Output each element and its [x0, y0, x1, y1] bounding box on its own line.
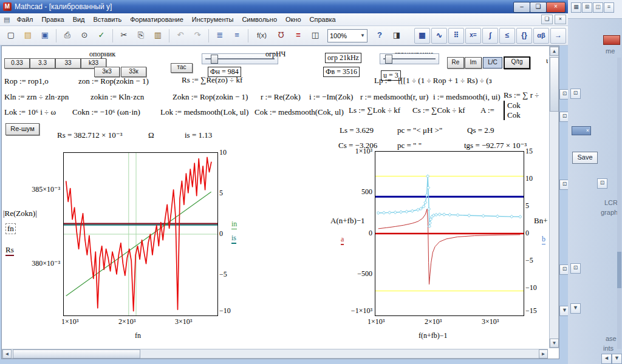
- spell-check-icon[interactable]: ✓: [94, 28, 109, 44]
- preset-button-33[interactable]: 3.3: [30, 58, 55, 69]
- save-icon[interactable]: ▣: [37, 28, 53, 44]
- greek-palette-icon[interactable]: αβ: [533, 28, 549, 44]
- formula-ls-sum[interactable]: Ls := ∑Lok ÷ kf: [349, 106, 400, 115]
- noise-plot-f-expression[interactable]: fn: [5, 223, 16, 234]
- qtg-mode-button[interactable]: Q/tg: [504, 56, 530, 69]
- menu-edit[interactable]: Правка: [37, 15, 68, 24]
- u-assign-region[interactable]: u :=: [546, 56, 548, 66]
- background-corner-button[interactable]: ▼: [612, 354, 622, 364]
- insert-component-icon[interactable]: ◫: [307, 28, 323, 44]
- im-mode-button[interactable]: Im: [465, 57, 482, 69]
- formula-i-im[interactable]: i := −Im(Zok): [309, 92, 353, 102]
- noise-plot[interactable]: [63, 152, 218, 316]
- scroll-right-icon[interactable]: ►: [539, 349, 548, 359]
- menu-help[interactable]: Справка: [306, 15, 340, 24]
- background-close-button[interactable]: [603, 35, 620, 45]
- new-icon[interactable]: ▢: [3, 28, 19, 44]
- result-pc-blank[interactable]: pc = " ": [397, 141, 422, 150]
- background-tool-button[interactable]: ⊡: [597, 178, 607, 189]
- formula-lok[interactable]: Lok := 10⁶ i ÷ ω: [4, 107, 56, 117]
- formula-a-assign[interactable]: A :=: [480, 106, 494, 115]
- fn-slider-thumb[interactable]: [211, 55, 218, 64]
- menu-insert[interactable]: Вставить: [89, 15, 126, 24]
- formula-zo[interactable]: zon := Rop(zokin − 1): [78, 76, 149, 86]
- resonance-plot[interactable]: [375, 151, 524, 316]
- preset-button-3k3[interactable]: 3к3: [94, 67, 120, 77]
- result-ls[interactable]: Ls = 3.629: [340, 126, 374, 135]
- background-dropdown-button[interactable]: ▼: [570, 303, 581, 314]
- close-button[interactable]: ×: [546, 2, 566, 13]
- tac-button[interactable]: тас: [171, 63, 193, 73]
- calculator-palette-icon[interactable]: ▦: [414, 28, 430, 44]
- background-scrollbar[interactable]: [617, 58, 621, 349]
- evaluation-palette-icon[interactable]: x=: [465, 28, 481, 44]
- insert-unit-icon[interactable]: ℧: [273, 28, 289, 44]
- menu-window[interactable]: Окно: [281, 15, 306, 24]
- background-tool-icon[interactable]: ◫: [593, 2, 603, 13]
- result-rs[interactable]: Rs = 382.712 × 10⁻³: [57, 130, 122, 140]
- cut-icon[interactable]: ✂: [116, 28, 132, 44]
- symbolic-palette-icon[interactable]: →: [550, 28, 566, 44]
- print-icon[interactable]: ⎙: [60, 28, 75, 44]
- scroll-up-icon[interactable]: ▲: [550, 47, 559, 56]
- formula-kl[interactable]: Kln := zrn ÷ zln·zpn: [4, 92, 69, 102]
- minimize-button[interactable]: –: [513, 2, 530, 13]
- result-is[interactable]: is = 1.13: [185, 130, 212, 140]
- formula-lok-medsmooth[interactable]: Lok := medsmooth(Lok, ul): [160, 107, 248, 117]
- background-save-button[interactable]: Save: [572, 152, 598, 164]
- formula-rs-fragment[interactable]: Rs := ∑ r ÷: [504, 90, 539, 100]
- vertical-scrollbar[interactable]: ▲ ▼: [549, 46, 559, 348]
- background-tool-button[interactable]: ⊡: [570, 89, 581, 99]
- formula-rop[interactable]: Rop := rop1,o: [4, 76, 49, 86]
- u-slider-thumb[interactable]: [385, 55, 392, 64]
- redo-icon[interactable]: ↷: [190, 28, 205, 44]
- re-noise-button[interactable]: Re-шум: [5, 123, 39, 135]
- ogr21khz-button[interactable]: огр 21kHz: [325, 53, 361, 63]
- programming-palette-icon[interactable]: {}: [516, 28, 532, 44]
- background-tool-icon[interactable]: ▦: [571, 2, 581, 13]
- background-tool-button[interactable]: ⊡: [570, 263, 581, 274]
- align-down-icon[interactable]: ≡: [229, 28, 245, 44]
- child-close-button[interactable]: ×: [555, 15, 566, 24]
- formula-lp[interactable]: Lp := −[[[1 ÷ (1 ÷ Rop + 1 ÷ Rs) ÷ (з: [374, 76, 492, 86]
- resource-window-icon[interactable]: ◨: [389, 28, 405, 44]
- fv-value[interactable]: Фв = 3516: [323, 67, 360, 77]
- background-corner-button[interactable]: ◄: [601, 354, 612, 364]
- child-restore-button[interactable]: ❏: [541, 15, 553, 24]
- formula-zoki[interactable]: zokin := Kln·zcn: [91, 92, 144, 102]
- background-scroll-thumb[interactable]: [617, 252, 621, 288]
- calculate-icon[interactable]: =: [290, 28, 306, 44]
- scroll-left-icon[interactable]: ◄: [2, 349, 12, 359]
- menu-symbolics[interactable]: Символьно: [238, 15, 281, 24]
- background-mini-titlebar[interactable]: ×: [572, 126, 591, 135]
- undo-icon[interactable]: ↶: [173, 28, 188, 44]
- re-mode-button[interactable]: Re: [447, 57, 464, 69]
- scroll-down-icon[interactable]: ▼: [550, 339, 559, 348]
- result-tgs[interactable]: tgs = −92.77 × 10⁻³: [464, 141, 527, 150]
- formula-cok[interactable]: Cokn := −10⁶ (ωn·in): [72, 107, 140, 117]
- graph-palette-icon[interactable]: ∿: [431, 28, 447, 44]
- preset-button-33k[interactable]: 33к: [121, 67, 146, 77]
- result-pc-uh[interactable]: pc = "< μH >": [397, 126, 442, 135]
- formula-i-medsmooth[interactable]: i := medsmooth(i, ui): [433, 92, 501, 102]
- formula-zok[interactable]: Zokn := Rop(zokin − 1): [173, 92, 248, 102]
- formula-rs-sum[interactable]: Rs := ∑Re(zo) ÷ kf: [182, 75, 242, 85]
- paste-icon[interactable]: ▥: [150, 28, 166, 44]
- formula-cok-medsmooth[interactable]: Cok := medsmooth(Cok, ul): [255, 107, 344, 117]
- vertical-scroll-thumb[interactable]: [550, 57, 559, 112]
- preset-button-033[interactable]: 0.33: [4, 58, 30, 69]
- maximize-button[interactable]: ❏: [530, 2, 547, 13]
- lc-mode-button[interactable]: L/C: [483, 57, 502, 69]
- align-across-icon[interactable]: ≣: [212, 28, 228, 44]
- formula-r-medsmooth[interactable]: r := medsmooth(r, ur): [360, 92, 428, 102]
- formula-a-bracket[interactable]: Cok Cok: [504, 101, 521, 120]
- horizontal-scroll-thumb[interactable]: [13, 349, 140, 359]
- menu-format[interactable]: Форматирование: [126, 15, 188, 24]
- u-slider[interactable]: [380, 53, 439, 64]
- open-icon[interactable]: ▤: [20, 28, 36, 44]
- formula-cs-sum[interactable]: Cs := ∑Cok ÷ kf: [412, 106, 465, 115]
- menu-view[interactable]: Вид: [69, 15, 89, 24]
- copy-icon[interactable]: ⎘: [133, 28, 149, 44]
- calculus-palette-icon[interactable]: ∫: [482, 28, 498, 44]
- background-tool-icon[interactable]: ⊞: [582, 2, 592, 13]
